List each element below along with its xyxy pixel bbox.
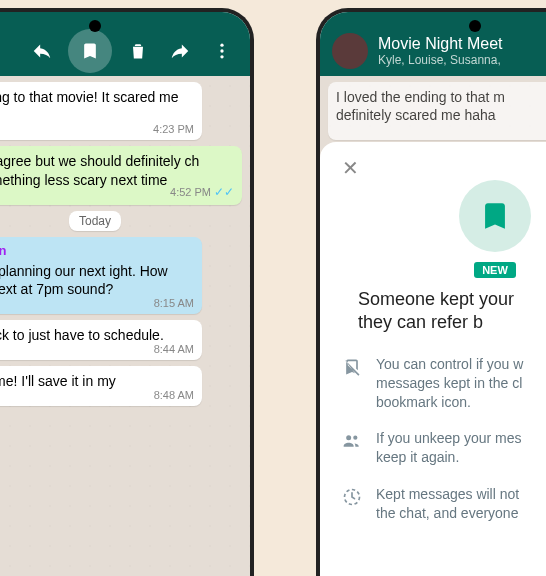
- new-badge: NEW: [474, 262, 516, 278]
- info-sheet: ✕ NEW Someone kept yourthey can refer b …: [320, 142, 546, 576]
- bookmark-hero-icon: [459, 180, 531, 252]
- message-text: definitely scared me haha: [336, 107, 496, 123]
- message-time: 8:48 AM: [154, 388, 194, 402]
- bookmark-button[interactable]: [68, 29, 112, 73]
- date-separator: Today: [69, 211, 121, 231]
- sheet-title: Someone kept yourthey can refer b: [338, 288, 546, 335]
- info-row: If you unkeep your mes keep it again.: [338, 429, 546, 467]
- delete-icon[interactable]: [122, 35, 154, 67]
- message-bubble[interactable]: get back to just have to schedule. 8:44 …: [0, 320, 202, 360]
- info-text: Kept messages will not the chat, and eve…: [376, 485, 519, 523]
- camera-notch: [469, 20, 481, 32]
- read-ticks-icon: ✓✓: [214, 185, 234, 199]
- message-text: get back to just have to schedule.: [0, 327, 164, 343]
- svg-point-3: [346, 436, 351, 441]
- sender-name: ompson: [0, 243, 194, 260]
- group-name: Movie Night Meet: [378, 35, 503, 53]
- message-bubble-selected[interactable]: ompson s start planning our next ight. H…: [0, 237, 202, 314]
- info-row: You can control if you w messages kept i…: [338, 355, 546, 412]
- chat-header[interactable]: Movie Night Meet Kyle, Louise, Susanna,: [320, 12, 546, 76]
- message-bubble[interactable]: h I agree but we should definitely ch so…: [0, 146, 242, 204]
- avatar[interactable]: [332, 33, 368, 69]
- info-text: You can control if you w messages kept i…: [376, 355, 523, 412]
- message-text: ks for me! I'll save it in my: [0, 373, 116, 389]
- chat-area[interactable]: e ending to that movie! It scared me hah…: [0, 76, 250, 576]
- camera-notch: [89, 20, 101, 32]
- svg-point-1: [220, 49, 223, 52]
- group-members: Kyle, Louise, Susanna,: [378, 53, 503, 67]
- message-time: 4:52 PM✓✓: [170, 185, 234, 201]
- message-bubble[interactable]: e ending to that movie! It scared me hah…: [0, 82, 202, 140]
- message-text: e ending to that movie! It scared me hah…: [0, 89, 179, 123]
- phone-right: Movie Night Meet Kyle, Louise, Susanna, …: [320, 12, 546, 576]
- message-text: s start planning our next ight. How does…: [0, 263, 168, 297]
- svg-point-4: [353, 436, 357, 440]
- reply-icon[interactable]: [26, 35, 58, 67]
- message-time: 8:15 AM: [154, 296, 194, 310]
- forward-icon[interactable]: [164, 35, 196, 67]
- close-icon[interactable]: ✕: [338, 156, 362, 180]
- message-time: 8:44 AM: [154, 342, 194, 356]
- message-bubble[interactable]: ks for me! I'll save it in my 8:48 AM: [0, 366, 202, 406]
- more-icon[interactable]: [206, 35, 238, 67]
- message-text: h I agree but we should definitely ch so…: [0, 153, 199, 187]
- message-time: 4:23 PM: [153, 122, 194, 136]
- message-text: I loved the ending to that m: [336, 89, 505, 105]
- svg-point-2: [220, 55, 223, 58]
- timer-icon: [342, 487, 362, 507]
- message-bubble: I loved the ending to that m definitely …: [328, 82, 546, 140]
- group-info[interactable]: Movie Night Meet Kyle, Louise, Susanna,: [378, 35, 503, 67]
- selection-toolbar: [0, 12, 250, 76]
- group-icon: [342, 431, 362, 451]
- info-text: If you unkeep your mes keep it again.: [376, 429, 522, 467]
- phone-left: e ending to that movie! It scared me hah…: [0, 12, 250, 576]
- svg-point-0: [220, 44, 223, 47]
- bookmark-off-icon: [342, 357, 362, 377]
- info-row: Kept messages will not the chat, and eve…: [338, 485, 546, 523]
